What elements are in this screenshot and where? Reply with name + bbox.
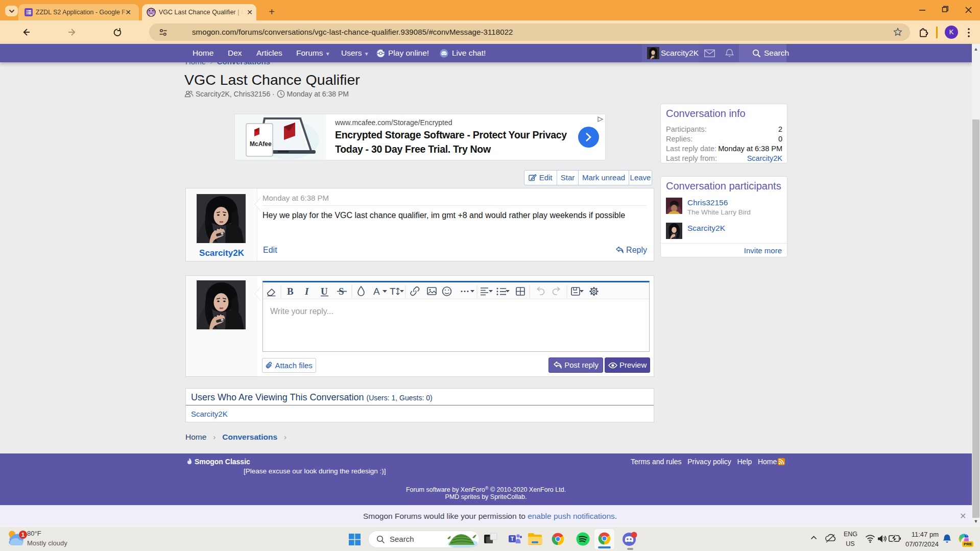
- svg-text:B: B: [287, 286, 294, 297]
- svg-text:T: T: [390, 286, 396, 297]
- svg-text:McAfee: McAfee: [250, 140, 272, 148]
- svg-text:T: T: [511, 536, 514, 542]
- svg-text:I: I: [304, 286, 309, 297]
- svg-text:U: U: [321, 286, 328, 297]
- svg-text:A: A: [373, 286, 380, 297]
- svg-text:1: 1: [21, 532, 25, 538]
